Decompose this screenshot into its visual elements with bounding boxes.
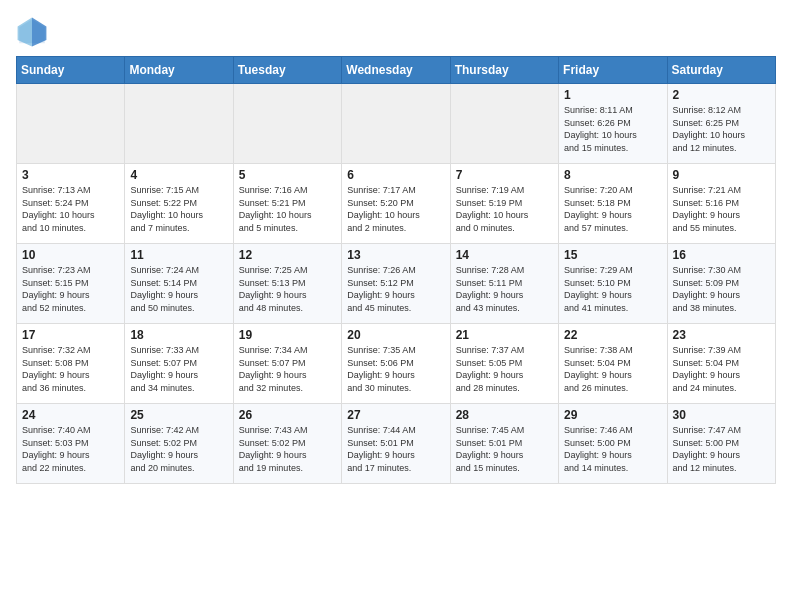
day-number: 3 [22,168,119,182]
day-info: Sunrise: 7:26 AM Sunset: 5:12 PM Dayligh… [347,264,444,314]
day-number: 23 [673,328,770,342]
day-number: 1 [564,88,661,102]
logo-icon [16,16,48,48]
day-info: Sunrise: 7:17 AM Sunset: 5:20 PM Dayligh… [347,184,444,234]
calendar-cell: 29Sunrise: 7:46 AM Sunset: 5:00 PM Dayli… [559,404,667,484]
logo [16,16,52,48]
day-number: 5 [239,168,336,182]
calendar-cell [342,84,450,164]
day-number: 25 [130,408,227,422]
day-number: 27 [347,408,444,422]
weekday-header-row: SundayMondayTuesdayWednesdayThursdayFrid… [17,57,776,84]
day-info: Sunrise: 7:32 AM Sunset: 5:08 PM Dayligh… [22,344,119,394]
day-number: 19 [239,328,336,342]
calendar-cell: 15Sunrise: 7:29 AM Sunset: 5:10 PM Dayli… [559,244,667,324]
calendar-cell: 11Sunrise: 7:24 AM Sunset: 5:14 PM Dayli… [125,244,233,324]
calendar-cell [450,84,558,164]
day-number: 16 [673,248,770,262]
weekday-header-saturday: Saturday [667,57,775,84]
day-info: Sunrise: 7:19 AM Sunset: 5:19 PM Dayligh… [456,184,553,234]
day-number: 21 [456,328,553,342]
day-info: Sunrise: 7:35 AM Sunset: 5:06 PM Dayligh… [347,344,444,394]
day-info: Sunrise: 7:44 AM Sunset: 5:01 PM Dayligh… [347,424,444,474]
day-number: 12 [239,248,336,262]
day-info: Sunrise: 7:33 AM Sunset: 5:07 PM Dayligh… [130,344,227,394]
day-info: Sunrise: 7:13 AM Sunset: 5:24 PM Dayligh… [22,184,119,234]
calendar-cell: 22Sunrise: 7:38 AM Sunset: 5:04 PM Dayli… [559,324,667,404]
day-info: Sunrise: 7:15 AM Sunset: 5:22 PM Dayligh… [130,184,227,234]
day-number: 26 [239,408,336,422]
day-number: 8 [564,168,661,182]
day-number: 20 [347,328,444,342]
calendar-cell: 19Sunrise: 7:34 AM Sunset: 5:07 PM Dayli… [233,324,341,404]
day-number: 29 [564,408,661,422]
day-number: 4 [130,168,227,182]
day-info: Sunrise: 7:16 AM Sunset: 5:21 PM Dayligh… [239,184,336,234]
day-number: 7 [456,168,553,182]
calendar-week-3: 10Sunrise: 7:23 AM Sunset: 5:15 PM Dayli… [17,244,776,324]
calendar-cell: 8Sunrise: 7:20 AM Sunset: 5:18 PM Daylig… [559,164,667,244]
weekday-header-tuesday: Tuesday [233,57,341,84]
weekday-header-monday: Monday [125,57,233,84]
day-info: Sunrise: 7:40 AM Sunset: 5:03 PM Dayligh… [22,424,119,474]
day-info: Sunrise: 7:24 AM Sunset: 5:14 PM Dayligh… [130,264,227,314]
calendar-cell: 23Sunrise: 7:39 AM Sunset: 5:04 PM Dayli… [667,324,775,404]
day-number: 9 [673,168,770,182]
page-header [16,16,776,48]
calendar-cell: 24Sunrise: 7:40 AM Sunset: 5:03 PM Dayli… [17,404,125,484]
day-number: 6 [347,168,444,182]
calendar-cell: 13Sunrise: 7:26 AM Sunset: 5:12 PM Dayli… [342,244,450,324]
calendar-cell: 9Sunrise: 7:21 AM Sunset: 5:16 PM Daylig… [667,164,775,244]
calendar-cell: 21Sunrise: 7:37 AM Sunset: 5:05 PM Dayli… [450,324,558,404]
day-info: Sunrise: 7:21 AM Sunset: 5:16 PM Dayligh… [673,184,770,234]
day-info: Sunrise: 7:23 AM Sunset: 5:15 PM Dayligh… [22,264,119,314]
calendar-week-5: 24Sunrise: 7:40 AM Sunset: 5:03 PM Dayli… [17,404,776,484]
day-info: Sunrise: 7:37 AM Sunset: 5:05 PM Dayligh… [456,344,553,394]
day-info: Sunrise: 7:39 AM Sunset: 5:04 PM Dayligh… [673,344,770,394]
day-info: Sunrise: 7:28 AM Sunset: 5:11 PM Dayligh… [456,264,553,314]
day-number: 14 [456,248,553,262]
day-number: 28 [456,408,553,422]
day-number: 18 [130,328,227,342]
day-info: Sunrise: 7:46 AM Sunset: 5:00 PM Dayligh… [564,424,661,474]
calendar-cell: 28Sunrise: 7:45 AM Sunset: 5:01 PM Dayli… [450,404,558,484]
calendar-table: SundayMondayTuesdayWednesdayThursdayFrid… [16,56,776,484]
weekday-header-wednesday: Wednesday [342,57,450,84]
weekday-header-sunday: Sunday [17,57,125,84]
day-info: Sunrise: 7:29 AM Sunset: 5:10 PM Dayligh… [564,264,661,314]
calendar-cell: 30Sunrise: 7:47 AM Sunset: 5:00 PM Dayli… [667,404,775,484]
calendar-cell [233,84,341,164]
calendar-cell: 25Sunrise: 7:42 AM Sunset: 5:02 PM Dayli… [125,404,233,484]
day-number: 15 [564,248,661,262]
calendar-cell: 1Sunrise: 8:11 AM Sunset: 6:26 PM Daylig… [559,84,667,164]
calendar-cell: 2Sunrise: 8:12 AM Sunset: 6:25 PM Daylig… [667,84,775,164]
day-info: Sunrise: 7:34 AM Sunset: 5:07 PM Dayligh… [239,344,336,394]
calendar-cell: 14Sunrise: 7:28 AM Sunset: 5:11 PM Dayli… [450,244,558,324]
calendar-cell [125,84,233,164]
calendar-week-4: 17Sunrise: 7:32 AM Sunset: 5:08 PM Dayli… [17,324,776,404]
calendar-cell: 17Sunrise: 7:32 AM Sunset: 5:08 PM Dayli… [17,324,125,404]
day-info: Sunrise: 8:11 AM Sunset: 6:26 PM Dayligh… [564,104,661,154]
day-info: Sunrise: 7:20 AM Sunset: 5:18 PM Dayligh… [564,184,661,234]
calendar-cell: 16Sunrise: 7:30 AM Sunset: 5:09 PM Dayli… [667,244,775,324]
day-number: 22 [564,328,661,342]
day-info: Sunrise: 7:45 AM Sunset: 5:01 PM Dayligh… [456,424,553,474]
calendar-cell: 12Sunrise: 7:25 AM Sunset: 5:13 PM Dayli… [233,244,341,324]
calendar-cell: 10Sunrise: 7:23 AM Sunset: 5:15 PM Dayli… [17,244,125,324]
calendar-cell: 26Sunrise: 7:43 AM Sunset: 5:02 PM Dayli… [233,404,341,484]
day-info: Sunrise: 7:30 AM Sunset: 5:09 PM Dayligh… [673,264,770,314]
calendar-cell: 5Sunrise: 7:16 AM Sunset: 5:21 PM Daylig… [233,164,341,244]
day-number: 30 [673,408,770,422]
calendar-cell: 4Sunrise: 7:15 AM Sunset: 5:22 PM Daylig… [125,164,233,244]
calendar-week-2: 3Sunrise: 7:13 AM Sunset: 5:24 PM Daylig… [17,164,776,244]
calendar-cell: 6Sunrise: 7:17 AM Sunset: 5:20 PM Daylig… [342,164,450,244]
day-info: Sunrise: 7:25 AM Sunset: 5:13 PM Dayligh… [239,264,336,314]
weekday-header-thursday: Thursday [450,57,558,84]
day-info: Sunrise: 7:43 AM Sunset: 5:02 PM Dayligh… [239,424,336,474]
calendar-cell: 27Sunrise: 7:44 AM Sunset: 5:01 PM Dayli… [342,404,450,484]
calendar-cell: 3Sunrise: 7:13 AM Sunset: 5:24 PM Daylig… [17,164,125,244]
calendar-cell [17,84,125,164]
day-number: 17 [22,328,119,342]
day-number: 13 [347,248,444,262]
day-info: Sunrise: 7:47 AM Sunset: 5:00 PM Dayligh… [673,424,770,474]
